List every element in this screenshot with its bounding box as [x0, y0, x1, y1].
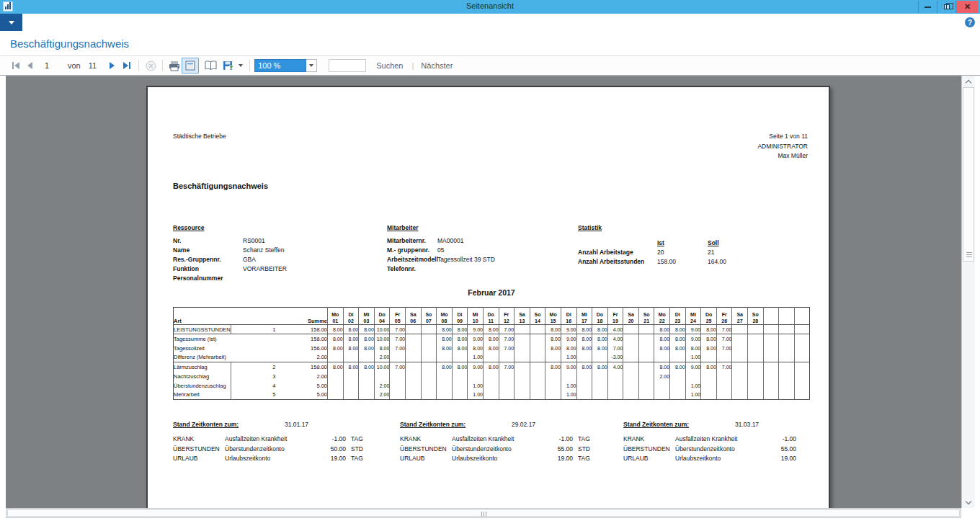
day-cell: 8.00 — [328, 362, 344, 372]
day-cell: 8.00 — [670, 362, 686, 372]
day-number: 08 — [437, 318, 452, 324]
row-sum: 158.00 — [276, 325, 328, 334]
day-cell — [483, 391, 499, 400]
row-label: LEISTUNGSSTUNDEN — [174, 325, 231, 334]
resource-heading: Ressource — [173, 224, 375, 236]
first-page-button[interactable] — [9, 59, 23, 72]
report-page: Städtische Betriebe Seite 1 von 11 ADMIN… — [146, 86, 830, 508]
day-cell — [390, 391, 406, 400]
find-button[interactable]: Suchen — [376, 61, 403, 70]
day-header: Mo15 — [545, 308, 561, 325]
day-number: 02 — [344, 318, 359, 324]
stop-rendering-button[interactable] — [143, 59, 158, 72]
summe-header: Summe — [276, 308, 328, 325]
day-cell: 8.00 — [592, 344, 608, 353]
day-cell: 10.00 — [374, 334, 390, 344]
day-cell — [514, 362, 530, 372]
field-value: Tagessollzeit 39 STD — [437, 255, 567, 264]
row-label: Nachtzuschlag — [174, 372, 231, 381]
day-cell: 8.00 — [483, 334, 499, 344]
day-cell — [763, 334, 779, 344]
field-row: NameSchanz Steffen — [173, 246, 375, 255]
row-sum: 2.00 — [276, 372, 328, 381]
day-cell: 10.00 — [374, 325, 390, 334]
horizontal-scroll-thumb[interactable] — [7, 509, 960, 517]
print-button[interactable] — [167, 59, 182, 72]
zoom-dropdown-button[interactable] — [306, 59, 317, 72]
day-cell: 8.00 — [545, 334, 561, 344]
search-input[interactable] — [329, 59, 366, 72]
export-button[interactable] — [220, 59, 235, 72]
minimize-button[interactable] — [918, 1, 937, 13]
horizontal-scrollbar[interactable] — [6, 508, 961, 518]
scroll-down-button[interactable] — [962, 496, 975, 508]
day-weekday: Mo — [328, 311, 343, 318]
day-cell — [437, 381, 453, 391]
page-setup-icon — [205, 61, 217, 71]
account-unit: TAG — [346, 434, 368, 445]
export-dropdown-caret[interactable] — [236, 59, 245, 72]
day-cell — [405, 344, 421, 353]
next-page-button[interactable] — [105, 59, 120, 72]
close-button[interactable]: ✕ — [956, 1, 979, 13]
page-number-input[interactable] — [37, 60, 56, 71]
account-code: ÜBERSTUNDEN — [173, 445, 225, 455]
vertical-scroll-thumb[interactable] — [963, 87, 974, 262]
row-label: Mehrarbeit — [174, 391, 231, 400]
account-description: Ausfallzeiten Krankheit — [452, 434, 544, 445]
last-page-button[interactable] — [120, 59, 134, 72]
day-cell: 1.00 — [468, 353, 484, 362]
row-label: Differenz (Mehrarbeit) — [174, 353, 231, 362]
day-number: 04 — [375, 318, 390, 324]
restore-button[interactable] — [937, 1, 956, 13]
row-number — [231, 334, 276, 344]
day-cell: 9.00 — [468, 362, 484, 372]
previous-page-button[interactable] — [23, 59, 37, 72]
help-icon[interactable]: ? — [965, 17, 975, 27]
day-cell — [716, 353, 732, 362]
day-cell: 7.00 — [390, 334, 406, 344]
day-number: 18 — [592, 318, 607, 324]
scroll-up-button[interactable] — [962, 76, 975, 87]
of-label: von — [68, 61, 81, 70]
day-weekday: Sa — [623, 311, 638, 318]
chevron-down-icon — [966, 498, 971, 504]
day-cell — [716, 391, 732, 400]
vertical-scrollbar[interactable] — [961, 76, 975, 508]
row-label: Tagessollzeit — [174, 344, 231, 353]
field-label: Telefonnr. — [387, 264, 437, 274]
day-cell — [530, 362, 545, 372]
day-cell — [328, 381, 344, 391]
page-setup-button[interactable] — [203, 59, 218, 72]
day-cell — [748, 344, 764, 353]
field-label: Name — [173, 246, 243, 255]
resource-section: Ressource Nr.RS0001NameSchanz SteffenRes… — [173, 224, 375, 283]
day-cell: 7.00 — [390, 344, 406, 353]
print-layout-toggle-button[interactable] — [182, 58, 199, 73]
day-weekday: Mi — [577, 311, 592, 318]
day-weekday: Do — [701, 311, 716, 318]
time-account-heading: Stand Zeitkonten zum: — [400, 421, 466, 428]
field-label: Personalnummer — [173, 274, 243, 283]
day-cell — [638, 344, 654, 353]
find-next-button[interactable]: Nächster — [421, 61, 453, 70]
day-cell — [732, 381, 748, 391]
account-description: Überstundenzeitkonto — [675, 445, 767, 455]
chevron-down-icon — [309, 64, 313, 67]
day-cell — [514, 344, 530, 353]
day-cell — [763, 381, 779, 391]
row-label: Lärmzuschlag — [174, 362, 231, 372]
actions-dropdown-button[interactable] — [0, 14, 22, 31]
day-cell: 8.00 — [576, 362, 592, 372]
day-weekday: So — [530, 311, 545, 318]
field-value — [437, 264, 567, 274]
zoom-combobox[interactable]: 100 % — [254, 59, 306, 72]
day-cell: 7.00 — [716, 325, 732, 334]
day-header: Mi03 — [359, 308, 375, 325]
field-value: VORARBEITER — [243, 264, 375, 274]
day-header: So07 — [421, 308, 437, 325]
day-cell — [343, 391, 359, 400]
col-ist: Ist — [657, 238, 708, 248]
day-cell: 7.00 — [499, 362, 514, 372]
row-number: 2 — [231, 362, 276, 372]
